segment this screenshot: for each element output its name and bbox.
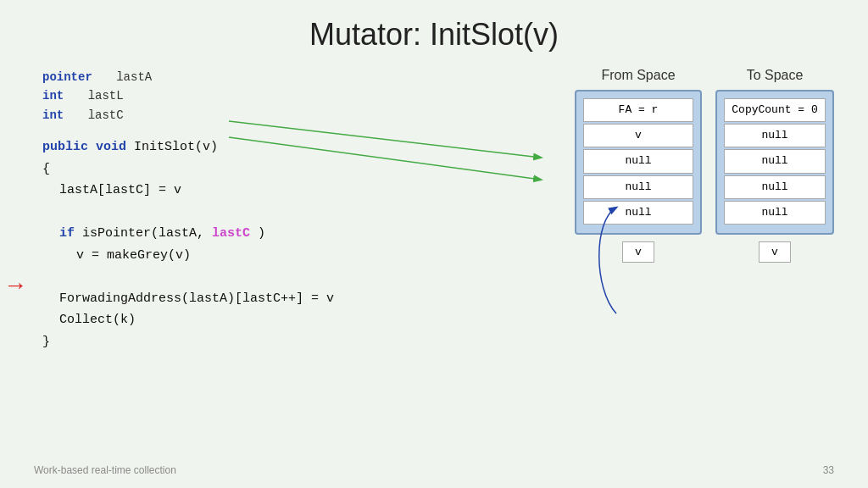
to-space-box: CopyCount = 0 null null null null: [715, 90, 834, 235]
code-line-if: if isPointer(lastA, lastC ): [42, 223, 558, 245]
code-line-makeGrey: v = makeGrey(v): [42, 245, 558, 267]
decl-int2: int lastC: [42, 106, 558, 125]
to-v-box: v: [759, 241, 791, 263]
code-line-lastA: lastA[lastC] = v: [42, 180, 558, 202]
diagram-section: From Space FA = r v null null null v To …: [575, 68, 834, 352]
decl-int1: int lastL: [42, 86, 558, 105]
decl-pointer: pointer lastA: [42, 68, 558, 86]
var-lastA: lastA: [116, 70, 152, 84]
from-space-bottom: v: [622, 241, 654, 263]
code-line-collect: Collect(k): [42, 309, 558, 331]
to-cell-0: CopyCount = 0: [724, 98, 826, 122]
code-line-brace-open: {: [42, 158, 558, 180]
to-cell-4: null: [724, 201, 826, 225]
from-cell-0: FA = r: [583, 98, 693, 122]
from-space-box: FA = r v null null null: [575, 90, 702, 235]
to-space-label: To Space: [747, 68, 804, 83]
from-cell-1: v: [583, 124, 693, 147]
type-int2: int: [42, 108, 64, 122]
from-space-container: From Space FA = r v null null null v: [575, 68, 702, 352]
type-int1: int: [42, 89, 64, 103]
footer-left: Work-based real-time collection: [34, 464, 176, 476]
red-arrow-icon: →: [8, 274, 23, 298]
to-cell-3: null: [724, 175, 826, 199]
code-line-brace-close: }: [42, 331, 558, 353]
from-cell-2: null: [583, 149, 693, 173]
slide-title: Mutator: InitSlot(v): [34, 17, 834, 53]
code-line-forwading: ForwadingAddress(lastA)[lastC++] = v: [42, 288, 558, 310]
from-space-label: From Space: [601, 68, 675, 83]
var-lastL: lastL: [88, 89, 124, 103]
to-cell-1: null: [724, 124, 826, 147]
code-block: public void InitSlot(v) { lastA[lastC] =…: [34, 136, 558, 352]
from-v-box: v: [622, 241, 654, 263]
from-cell-3: null: [583, 175, 693, 199]
code-line-blank2: [42, 266, 558, 288]
from-cell-4: null: [583, 201, 693, 225]
code-line-1: public void InitSlot(v): [42, 136, 558, 158]
arrow-indicator: →: [8, 274, 23, 298]
var-declarations: pointer lastA int lastL int lastC: [34, 68, 558, 125]
code-section: pointer lastA int lastL int lastC public: [34, 68, 558, 352]
footer-right: 33: [823, 464, 834, 476]
to-space-container: To Space CopyCount = 0 null null null nu…: [715, 68, 834, 352]
to-space-bottom: v: [759, 241, 791, 263]
type-pointer: pointer: [42, 70, 92, 84]
slide: Mutator: InitSlot(v) pointer lastA int l…: [0, 0, 868, 488]
var-lastC: lastC: [88, 108, 124, 122]
to-cell-2: null: [724, 149, 826, 173]
code-line-blank1: [42, 202, 558, 224]
footer: Work-based real-time collection 33: [0, 464, 868, 476]
content-area: pointer lastA int lastL int lastC public: [34, 68, 834, 352]
